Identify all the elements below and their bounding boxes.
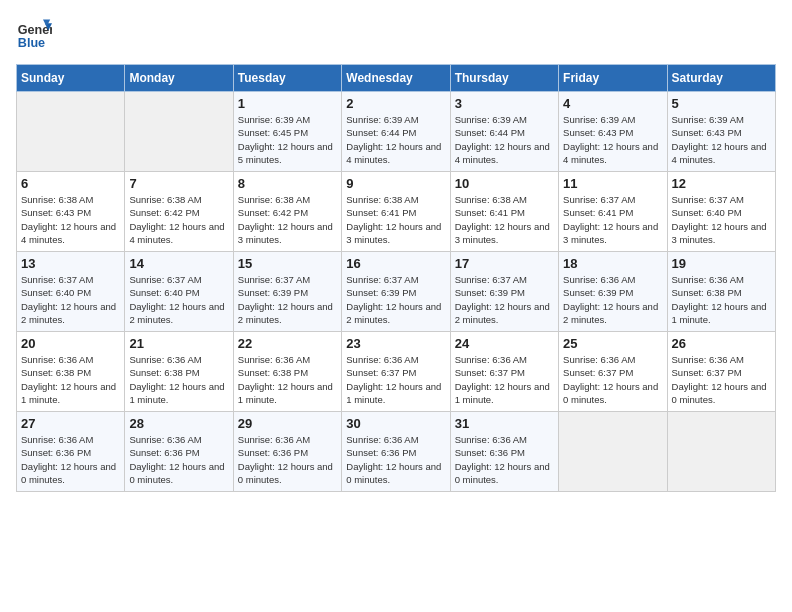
- calendar-cell: 23Sunrise: 6:36 AM Sunset: 6:37 PM Dayli…: [342, 332, 450, 412]
- calendar-cell: 14Sunrise: 6:37 AM Sunset: 6:40 PM Dayli…: [125, 252, 233, 332]
- page-header: General Blue: [16, 16, 776, 52]
- day-info: Sunrise: 6:36 AM Sunset: 6:38 PM Dayligh…: [672, 273, 771, 326]
- day-number: 6: [21, 176, 120, 191]
- calendar-cell: [559, 412, 667, 492]
- day-number: 28: [129, 416, 228, 431]
- day-info: Sunrise: 6:36 AM Sunset: 6:36 PM Dayligh…: [21, 433, 120, 486]
- calendar-cell: 5Sunrise: 6:39 AM Sunset: 6:43 PM Daylig…: [667, 92, 775, 172]
- calendar-table: SundayMondayTuesdayWednesdayThursdayFrid…: [16, 64, 776, 492]
- calendar-cell: 1Sunrise: 6:39 AM Sunset: 6:45 PM Daylig…: [233, 92, 341, 172]
- day-info: Sunrise: 6:39 AM Sunset: 6:44 PM Dayligh…: [455, 113, 554, 166]
- calendar-cell: 27Sunrise: 6:36 AM Sunset: 6:36 PM Dayli…: [17, 412, 125, 492]
- day-number: 17: [455, 256, 554, 271]
- calendar-cell: 10Sunrise: 6:38 AM Sunset: 6:41 PM Dayli…: [450, 172, 558, 252]
- calendar-cell: 20Sunrise: 6:36 AM Sunset: 6:38 PM Dayli…: [17, 332, 125, 412]
- calendar-cell: 15Sunrise: 6:37 AM Sunset: 6:39 PM Dayli…: [233, 252, 341, 332]
- day-info: Sunrise: 6:36 AM Sunset: 6:38 PM Dayligh…: [21, 353, 120, 406]
- day-info: Sunrise: 6:36 AM Sunset: 6:37 PM Dayligh…: [672, 353, 771, 406]
- calendar-cell: 31Sunrise: 6:36 AM Sunset: 6:36 PM Dayli…: [450, 412, 558, 492]
- day-number: 22: [238, 336, 337, 351]
- day-info: Sunrise: 6:37 AM Sunset: 6:41 PM Dayligh…: [563, 193, 662, 246]
- day-number: 9: [346, 176, 445, 191]
- day-info: Sunrise: 6:38 AM Sunset: 6:41 PM Dayligh…: [346, 193, 445, 246]
- day-info: Sunrise: 6:36 AM Sunset: 6:38 PM Dayligh…: [129, 353, 228, 406]
- day-info: Sunrise: 6:36 AM Sunset: 6:37 PM Dayligh…: [455, 353, 554, 406]
- day-number: 21: [129, 336, 228, 351]
- day-number: 11: [563, 176, 662, 191]
- calendar-cell: 24Sunrise: 6:36 AM Sunset: 6:37 PM Dayli…: [450, 332, 558, 412]
- day-number: 19: [672, 256, 771, 271]
- calendar-cell: 12Sunrise: 6:37 AM Sunset: 6:40 PM Dayli…: [667, 172, 775, 252]
- calendar-cell: 30Sunrise: 6:36 AM Sunset: 6:36 PM Dayli…: [342, 412, 450, 492]
- day-number: 12: [672, 176, 771, 191]
- day-info: Sunrise: 6:39 AM Sunset: 6:45 PM Dayligh…: [238, 113, 337, 166]
- day-info: Sunrise: 6:37 AM Sunset: 6:39 PM Dayligh…: [346, 273, 445, 326]
- day-info: Sunrise: 6:37 AM Sunset: 6:39 PM Dayligh…: [238, 273, 337, 326]
- col-header-friday: Friday: [559, 65, 667, 92]
- day-number: 13: [21, 256, 120, 271]
- calendar-cell: 28Sunrise: 6:36 AM Sunset: 6:36 PM Dayli…: [125, 412, 233, 492]
- day-number: 31: [455, 416, 554, 431]
- day-number: 8: [238, 176, 337, 191]
- day-number: 4: [563, 96, 662, 111]
- day-number: 29: [238, 416, 337, 431]
- col-header-tuesday: Tuesday: [233, 65, 341, 92]
- day-info: Sunrise: 6:39 AM Sunset: 6:44 PM Dayligh…: [346, 113, 445, 166]
- day-number: 27: [21, 416, 120, 431]
- col-header-wednesday: Wednesday: [342, 65, 450, 92]
- col-header-sunday: Sunday: [17, 65, 125, 92]
- calendar-cell: 11Sunrise: 6:37 AM Sunset: 6:41 PM Dayli…: [559, 172, 667, 252]
- calendar-cell: 16Sunrise: 6:37 AM Sunset: 6:39 PM Dayli…: [342, 252, 450, 332]
- day-number: 5: [672, 96, 771, 111]
- day-info: Sunrise: 6:36 AM Sunset: 6:37 PM Dayligh…: [346, 353, 445, 406]
- day-number: 23: [346, 336, 445, 351]
- calendar-cell: [667, 412, 775, 492]
- col-header-thursday: Thursday: [450, 65, 558, 92]
- day-number: 25: [563, 336, 662, 351]
- day-number: 30: [346, 416, 445, 431]
- svg-text:Blue: Blue: [18, 36, 45, 50]
- day-number: 18: [563, 256, 662, 271]
- day-number: 7: [129, 176, 228, 191]
- calendar-cell: 21Sunrise: 6:36 AM Sunset: 6:38 PM Dayli…: [125, 332, 233, 412]
- day-number: 26: [672, 336, 771, 351]
- calendar-cell: 9Sunrise: 6:38 AM Sunset: 6:41 PM Daylig…: [342, 172, 450, 252]
- calendar-cell: 2Sunrise: 6:39 AM Sunset: 6:44 PM Daylig…: [342, 92, 450, 172]
- calendar-cell: 19Sunrise: 6:36 AM Sunset: 6:38 PM Dayli…: [667, 252, 775, 332]
- col-header-saturday: Saturday: [667, 65, 775, 92]
- day-info: Sunrise: 6:36 AM Sunset: 6:36 PM Dayligh…: [238, 433, 337, 486]
- logo-icon: General Blue: [16, 16, 52, 52]
- calendar-cell: 18Sunrise: 6:36 AM Sunset: 6:39 PM Dayli…: [559, 252, 667, 332]
- day-info: Sunrise: 6:38 AM Sunset: 6:41 PM Dayligh…: [455, 193, 554, 246]
- day-info: Sunrise: 6:36 AM Sunset: 6:36 PM Dayligh…: [346, 433, 445, 486]
- calendar-cell: 17Sunrise: 6:37 AM Sunset: 6:39 PM Dayli…: [450, 252, 558, 332]
- calendar-cell: [17, 92, 125, 172]
- calendar-cell: 6Sunrise: 6:38 AM Sunset: 6:43 PM Daylig…: [17, 172, 125, 252]
- day-number: 24: [455, 336, 554, 351]
- calendar-cell: [125, 92, 233, 172]
- day-number: 16: [346, 256, 445, 271]
- day-number: 3: [455, 96, 554, 111]
- day-number: 20: [21, 336, 120, 351]
- day-info: Sunrise: 6:37 AM Sunset: 6:39 PM Dayligh…: [455, 273, 554, 326]
- day-info: Sunrise: 6:39 AM Sunset: 6:43 PM Dayligh…: [563, 113, 662, 166]
- calendar-cell: 8Sunrise: 6:38 AM Sunset: 6:42 PM Daylig…: [233, 172, 341, 252]
- day-info: Sunrise: 6:37 AM Sunset: 6:40 PM Dayligh…: [672, 193, 771, 246]
- day-number: 15: [238, 256, 337, 271]
- calendar-cell: 3Sunrise: 6:39 AM Sunset: 6:44 PM Daylig…: [450, 92, 558, 172]
- day-info: Sunrise: 6:36 AM Sunset: 6:38 PM Dayligh…: [238, 353, 337, 406]
- day-info: Sunrise: 6:37 AM Sunset: 6:40 PM Dayligh…: [21, 273, 120, 326]
- day-info: Sunrise: 6:38 AM Sunset: 6:43 PM Dayligh…: [21, 193, 120, 246]
- calendar-cell: 25Sunrise: 6:36 AM Sunset: 6:37 PM Dayli…: [559, 332, 667, 412]
- day-number: 10: [455, 176, 554, 191]
- col-header-monday: Monday: [125, 65, 233, 92]
- calendar-cell: 13Sunrise: 6:37 AM Sunset: 6:40 PM Dayli…: [17, 252, 125, 332]
- calendar-cell: 22Sunrise: 6:36 AM Sunset: 6:38 PM Dayli…: [233, 332, 341, 412]
- calendar-cell: 26Sunrise: 6:36 AM Sunset: 6:37 PM Dayli…: [667, 332, 775, 412]
- day-info: Sunrise: 6:38 AM Sunset: 6:42 PM Dayligh…: [129, 193, 228, 246]
- day-info: Sunrise: 6:37 AM Sunset: 6:40 PM Dayligh…: [129, 273, 228, 326]
- day-info: Sunrise: 6:38 AM Sunset: 6:42 PM Dayligh…: [238, 193, 337, 246]
- day-info: Sunrise: 6:36 AM Sunset: 6:36 PM Dayligh…: [455, 433, 554, 486]
- calendar-cell: 7Sunrise: 6:38 AM Sunset: 6:42 PM Daylig…: [125, 172, 233, 252]
- day-info: Sunrise: 6:36 AM Sunset: 6:37 PM Dayligh…: [563, 353, 662, 406]
